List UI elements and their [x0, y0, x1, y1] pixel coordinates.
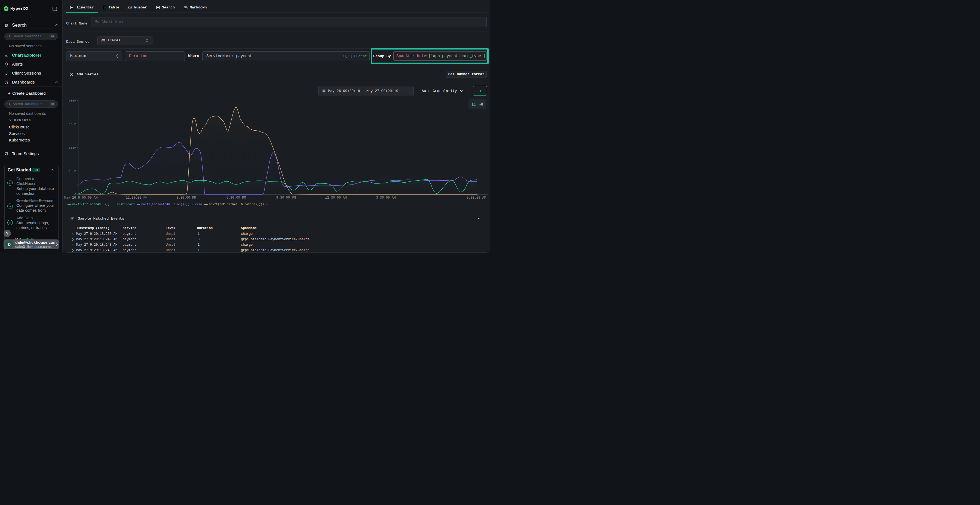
svg-text:9:30:00 PM: 9:30:00 PM: [276, 196, 296, 200]
svg-text:May 26 9:00:00 AM: May 26 9:00:00 AM: [64, 196, 97, 200]
svg-text:600M: 600M: [68, 99, 76, 102]
svg-text:9:00:00 AM: 9:00:00 AM: [466, 196, 486, 200]
svg-text:300M: 300M: [68, 146, 76, 149]
svg-text:3:30:00 AM: 3:30:00 AM: [376, 196, 396, 200]
svg-text:450M: 450M: [68, 122, 76, 126]
svg-text:12:30:00 AM: 12:30:00 AM: [325, 196, 347, 200]
svg-text:6:30:00 PM: 6:30:00 PM: [226, 196, 246, 200]
svg-text:12:30:00 PM: 12:30:00 PM: [126, 196, 147, 200]
svg-text:3:30:00 PM: 3:30:00 PM: [177, 196, 196, 200]
svg-text:150M: 150M: [68, 169, 76, 173]
